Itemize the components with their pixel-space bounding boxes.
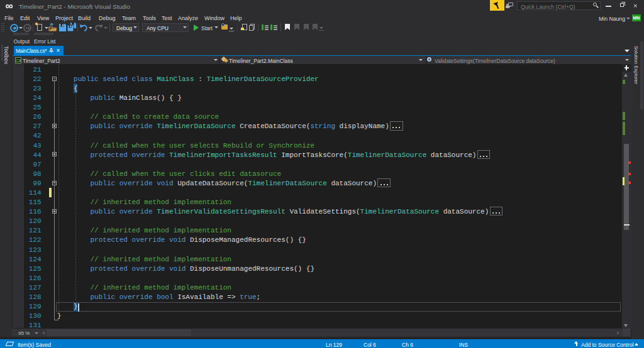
svg-text:C#: C# <box>16 58 21 63</box>
